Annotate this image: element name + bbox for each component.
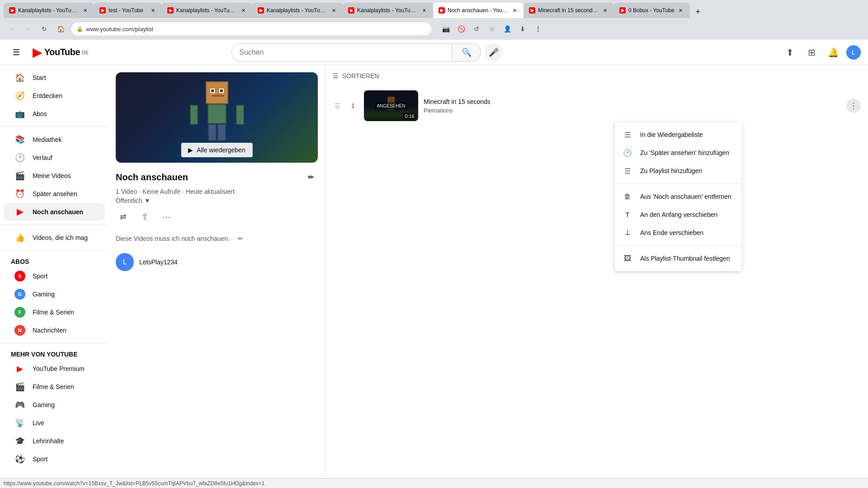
tab-close-btn[interactable]: ✕ bbox=[240, 7, 247, 14]
drag-handle[interactable]: ☰ bbox=[333, 100, 342, 111]
add-to-playlist-icon: ☰ bbox=[622, 165, 633, 176]
tab-favicon: ▶ bbox=[167, 7, 174, 14]
mic-btn[interactable]: 🎤 bbox=[485, 43, 503, 61]
context-menu-item-ende[interactable]: ⊥ Ans Ende verschieben bbox=[615, 224, 741, 242]
camera-btn[interactable]: 📷 bbox=[439, 23, 452, 35]
header-actions: ⬆ ⊞ 🔔 L bbox=[781, 43, 861, 61]
filme-avatar: F bbox=[14, 307, 25, 318]
browser-tab[interactable]: ▶ Kanalplaylists - YouTube S... ✕ bbox=[4, 3, 94, 18]
context-menu-item-playlist[interactable]: ☰ Zu Playlist hinzufügen bbox=[615, 162, 741, 180]
video-title: Minecraft in 15 seconds bbox=[424, 98, 841, 105]
sidebar-section-abos: ABOS bbox=[0, 254, 108, 267]
main-content: ▶ Alle wiedergeben Noch anschauen ✏ 1 Vi… bbox=[108, 65, 868, 478]
forward-btn[interactable]: → bbox=[22, 23, 34, 35]
search-btn[interactable]: 🔍 bbox=[452, 43, 481, 61]
tab-title: Kanalplaylists - YouTube S... bbox=[18, 7, 79, 14]
user-avatar[interactable]: L bbox=[846, 45, 861, 60]
video-item[interactable]: ☰ 1 ANGES bbox=[333, 87, 861, 125]
sidebar-item-entdecken[interactable]: 🧭 Entdecken bbox=[4, 87, 105, 105]
tab-title: Minecraft in 15 seconds ... bbox=[538, 7, 599, 14]
reload-btn[interactable]: ↻ bbox=[38, 23, 51, 35]
browser-tab[interactable]: ▶ Minecraft in 15 seconds ... ✕ bbox=[524, 3, 614, 18]
sidebar-item-filme-serien[interactable]: 🎬 Filme & Serien bbox=[4, 378, 105, 396]
grid-btn[interactable]: ⊞ bbox=[803, 43, 821, 61]
sidebar-item-verlauf[interactable]: 🕐 Verlauf bbox=[4, 149, 105, 167]
share-btn[interactable]: ⇧ bbox=[137, 210, 152, 224]
home-btn[interactable]: 🏠 bbox=[54, 23, 67, 35]
more-playlist-btn[interactable]: ⋯ bbox=[159, 210, 174, 224]
browser-tab[interactable]: ▶ Kanalplaylists - YouTube S... ✕ bbox=[343, 3, 433, 18]
tab-title: Kanalplaylists - YouTube S... bbox=[176, 7, 237, 14]
hamburger-btn[interactable]: ☰ bbox=[7, 43, 25, 61]
sidebar-item-gaming[interactable]: G Gaming bbox=[4, 285, 105, 303]
context-menu-item-entfernen[interactable]: 🗑 Aus 'Noch anschauen' entfernen bbox=[615, 188, 741, 206]
channel-info[interactable]: L LetsPlay1234 bbox=[116, 253, 318, 271]
sidebar-item-gaming2[interactable]: 🎮 Gaming bbox=[4, 396, 105, 414]
sidebar-item-sport[interactable]: S Sport bbox=[4, 267, 105, 285]
sidebar-item-sport2[interactable]: ⚽ Sport bbox=[4, 450, 105, 468]
search-input[interactable] bbox=[239, 48, 444, 56]
sort-bar[interactable]: ☰ SORTIEREN bbox=[333, 72, 861, 80]
back-btn[interactable]: ← bbox=[5, 23, 18, 35]
tab-close-btn[interactable]: ✕ bbox=[149, 7, 156, 14]
sidebar-item-spaeter-ansehen[interactable]: ⏰ Später ansehen bbox=[4, 185, 105, 203]
video-thumbnail[interactable]: ANGESEHEN 0:16 bbox=[364, 90, 418, 121]
tab-close-btn[interactable]: ✕ bbox=[511, 7, 518, 14]
search-bar: 🔍 🎤 bbox=[231, 43, 503, 61]
playlist-thumbnail[interactable]: ▶ Alle wiedergeben bbox=[116, 72, 318, 163]
browser-tab[interactable]: ▶ Kanalplaylists - YouTube S... ✕ bbox=[252, 3, 343, 18]
gaming2-icon: 🎮 bbox=[14, 399, 25, 410]
tab-close-btn[interactable]: ✕ bbox=[601, 7, 609, 14]
download-btn[interactable]: ⬇ bbox=[516, 23, 529, 35]
browser-tab[interactable]: ▶ test - YouTube ✕ bbox=[94, 3, 162, 18]
privacy-select[interactable]: Öffentlich ▼ bbox=[116, 197, 318, 204]
profile-btn[interactable]: 👤 bbox=[501, 23, 514, 35]
block-btn[interactable]: 🚫 bbox=[455, 23, 467, 35]
shuffle-btn[interactable]: ⇌ bbox=[116, 210, 130, 224]
sidebar-item-liked[interactable]: 👍 Videos, die ich mag bbox=[4, 229, 105, 247]
sidebar-label-gaming: Gaming bbox=[33, 291, 55, 298]
context-menu-item-wiedergabeliste[interactable]: ☰ In die Wiedergabeliste bbox=[615, 126, 741, 144]
tab-close-btn[interactable]: ✕ bbox=[81, 7, 89, 14]
context-menu-item-thumbnail[interactable]: 🖼 Als Playlist-Thumbnail festlegen bbox=[615, 249, 741, 267]
sidebar-item-lehrinhalte[interactable]: 🎓 Lehrinhalte bbox=[4, 432, 105, 450]
browser-tab[interactable]: ▶ 0 Bobux - YouTube ✕ bbox=[614, 3, 690, 18]
sidebar-item-yt-premium[interactable]: ▶ YouTube Premium bbox=[4, 360, 105, 378]
sidebar-item-abos[interactable]: 📺 Abos bbox=[4, 105, 105, 123]
browser-actions: 📷 🚫 ↺ ☆ 👤 ⬇ ⋮ bbox=[439, 23, 544, 35]
sidebar-item-meine-videos[interactable]: 🎬 Meine Videos bbox=[4, 167, 105, 185]
premium-icon: ▶ bbox=[14, 363, 25, 374]
sidebar-item-live[interactable]: 📡 Live bbox=[4, 414, 105, 432]
sidebar-item-filme[interactable]: F Filme & Serien bbox=[4, 303, 105, 321]
sidebar-item-mediathek[interactable]: 📚 Mediathek bbox=[4, 131, 105, 149]
browser-tab-active[interactable]: ▶ Noch anschauen - YouTube ... ✕ bbox=[433, 3, 524, 18]
edit-desc-btn[interactable]: ✏ bbox=[233, 231, 248, 246]
video-more-btn[interactable]: ⋮ bbox=[846, 99, 861, 113]
refresh-btn[interactable]: ↺ bbox=[470, 23, 483, 35]
edit-playlist-btn[interactable]: ✏ bbox=[303, 170, 318, 184]
playlist-title: Noch anschauen ✏ bbox=[116, 170, 318, 184]
url-bar[interactable]: 🔒 www.youtube.com/playlist bbox=[71, 22, 432, 36]
new-tab-btn[interactable]: + bbox=[692, 5, 704, 18]
sidebar-item-nachrichten[interactable]: N Nachrichten bbox=[4, 321, 105, 339]
context-menu-label: An den Anfang verschieben bbox=[640, 211, 717, 218]
context-menu-item-anfang[interactable]: T An den Anfang verschieben bbox=[615, 206, 741, 224]
sidebar-item-start[interactable]: 🏠 Start bbox=[4, 69, 105, 87]
sidebar-item-noch-anschauen[interactable]: ▶ Noch anschauen bbox=[4, 203, 105, 221]
browser-tab[interactable]: ▶ Kanalplaylists - YouTube S... ✕ bbox=[162, 3, 252, 18]
upload-btn[interactable]: ⬆ bbox=[781, 43, 799, 61]
tab-close-btn[interactable]: ✕ bbox=[420, 7, 428, 14]
sidebar-label-noch-anschauen: Noch anschauen bbox=[33, 208, 83, 216]
sidebar-divider bbox=[0, 225, 108, 225]
video-list: ☰ SORTIEREN ☰ 1 bbox=[326, 65, 868, 478]
play-all-btn[interactable]: ▶ Alle wiedergeben bbox=[181, 143, 252, 157]
star-btn[interactable]: ☆ bbox=[486, 23, 498, 35]
menu-btn[interactable]: ⋮ bbox=[532, 23, 544, 35]
tab-close-btn[interactable]: ✕ bbox=[677, 7, 684, 14]
library-icon: 📚 bbox=[14, 134, 25, 145]
yt-logo-country: DE bbox=[82, 50, 89, 55]
context-menu-item-spaeter[interactable]: 🕐 Zu 'Später ansehen' hinzufügen bbox=[615, 144, 741, 162]
bell-btn[interactable]: 🔔 bbox=[825, 43, 843, 61]
yt-logo[interactable]: ▶ YouTube DE bbox=[33, 45, 89, 60]
tab-close-btn[interactable]: ✕ bbox=[330, 7, 337, 14]
